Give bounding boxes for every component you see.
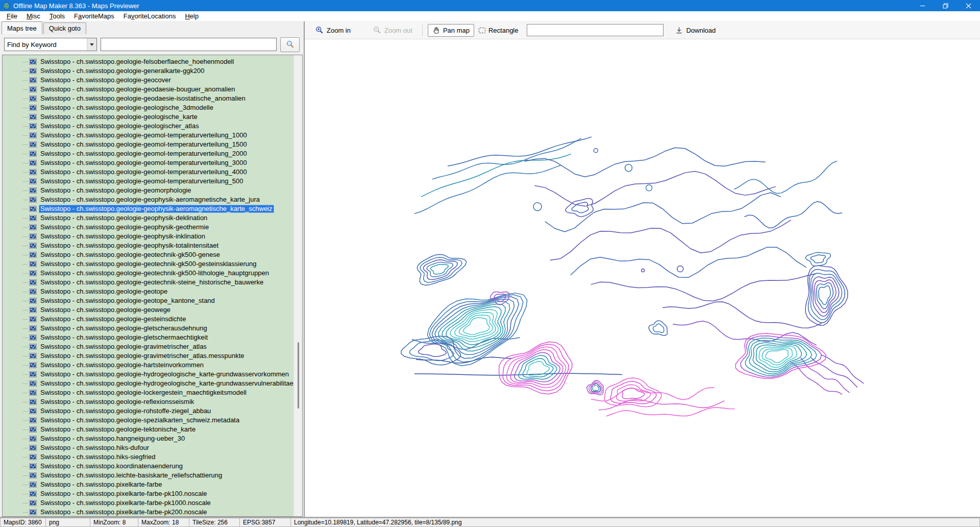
- tree-item[interactable]: Swisstopo - ch.swisstopo.geologie-geomol…: [3, 177, 302, 186]
- tree-item[interactable]: Swisstopo - ch.swisstopo.geologie-geophy…: [3, 232, 302, 241]
- find-mode-select[interactable]: Find by Keyword: [4, 38, 97, 51]
- rectangle-button[interactable]: Rectangle: [474, 24, 523, 37]
- tree-item[interactable]: Swisstopo - ch.swisstopo.geologie-geomol…: [3, 167, 302, 177]
- tree-item[interactable]: Swisstopo - ch.swisstopo.geologie-genera…: [3, 66, 302, 76]
- map-viewport[interactable]: [305, 39, 980, 517]
- tree-item[interactable]: Swisstopo - ch.swisstopo.hangneigung-ueb…: [3, 434, 302, 443]
- close-button[interactable]: [957, 0, 980, 11]
- tree-item[interactable]: Swisstopo - ch.swisstopo.pixelkarte-farb…: [3, 480, 302, 489]
- menu-favoritelocations[interactable]: FavoriteLocations: [119, 12, 181, 20]
- tree-connector: [23, 457, 28, 458]
- restore-button[interactable]: [934, 0, 957, 11]
- map-layer-icon: [29, 151, 37, 157]
- tree-item[interactable]: Swisstopo - ch.swisstopo.geologie-geotop…: [3, 296, 302, 305]
- minimize-icon: [920, 3, 925, 9]
- tree-item[interactable]: Swisstopo - ch.swisstopo.geologie-gletsc…: [3, 333, 302, 342]
- tree-item[interactable]: Swisstopo - ch.swisstopo.geologie-geolog…: [3, 103, 302, 112]
- combo-dropdown-button[interactable]: [87, 38, 96, 51]
- tree-item[interactable]: Swisstopo - ch.swisstopo.pixelkarte-farb…: [3, 508, 302, 517]
- tree-item[interactable]: Swisstopo - ch.swisstopo.geologie-gletsc…: [3, 324, 302, 333]
- pan-map-button[interactable]: Pan map: [428, 24, 474, 37]
- tree-item-label: Swisstopo - ch.swisstopo.geologie-geocov…: [39, 76, 173, 84]
- zoom-out-button[interactable]: Zoom out: [369, 23, 417, 37]
- tree-item[interactable]: Swisstopo - ch.swisstopo.geologie-rohsto…: [3, 406, 302, 416]
- map-layer-icon: [29, 169, 37, 175]
- tree-item[interactable]: Swisstopo - ch.swisstopo.geologie-geolog…: [3, 112, 302, 122]
- tree-item[interactable]: Swisstopo - ch.swisstopo.geologie-tekton…: [3, 425, 302, 434]
- tree-item-label: Swisstopo - ch.swisstopo.geologie-gletsc…: [39, 333, 209, 342]
- tree-item[interactable]: Swisstopo - ch.swisstopo.geologie-geomol…: [3, 140, 302, 149]
- tree-item[interactable]: Swisstopo - ch.swisstopo.hiks-siegfried: [3, 452, 302, 462]
- tree-item[interactable]: Swisstopo - ch.swisstopo.geologie-geotec…: [3, 259, 302, 269]
- tree-item[interactable]: Swisstopo - ch.swisstopo.geologie-geolog…: [3, 122, 302, 131]
- tree-item[interactable]: Swisstopo - ch.swisstopo.geologie-geomor…: [3, 186, 302, 195]
- tree-item[interactable]: Swisstopo - ch.swisstopo.geologie-geotop…: [3, 287, 302, 296]
- tree-item[interactable]: Swisstopo - ch.swisstopo.geologie-locker…: [3, 388, 302, 397]
- tree-item[interactable]: Swisstopo - ch.swisstopo.geologie-geodae…: [3, 85, 302, 94]
- tree-item[interactable]: Swisstopo - ch.swisstopo.pixelkarte-farb…: [3, 489, 302, 498]
- toolbar-input[interactable]: [527, 24, 664, 36]
- tab-quick-goto[interactable]: Quick goto: [43, 22, 86, 34]
- search-row: Find by Keyword: [0, 34, 304, 55]
- tree-item[interactable]: Swisstopo - ch.swisstopo.geologie-geotec…: [3, 250, 302, 259]
- tree-item[interactable]: Swisstopo - ch.swisstopo.geologie-hartst…: [3, 361, 302, 370]
- tree-item-label: Swisstopo - ch.swisstopo.geologie-geotop…: [39, 297, 216, 305]
- tree-item[interactable]: Swisstopo - ch.swisstopo.leichte-basiska…: [3, 471, 302, 480]
- menu-file[interactable]: File: [2, 12, 22, 20]
- search-button[interactable]: [280, 37, 300, 52]
- map-layer-icon: [29, 472, 37, 478]
- menu-misc[interactable]: Misc: [22, 12, 45, 20]
- tree-item[interactable]: Swisstopo - ch.swisstopo.pixelkarte-farb…: [3, 498, 302, 508]
- tree-item-label: Swisstopo - ch.swisstopo.geologie-geolog…: [39, 122, 201, 130]
- tree-item[interactable]: Swisstopo - ch.swisstopo.geologie-felsob…: [3, 57, 302, 66]
- minimize-button[interactable]: [911, 0, 934, 11]
- tree-item-label: Swisstopo - ch.swisstopo.hangneigung-ueb…: [39, 435, 186, 443]
- tree-item[interactable]: Swisstopo - ch.swisstopo.geologie-geomol…: [3, 149, 302, 158]
- tree-scrollbar-thumb[interactable]: [298, 342, 299, 409]
- tree-connector: [23, 475, 28, 476]
- tree-item[interactable]: Swisstopo - ch.swisstopo.geologie-geomol…: [3, 158, 302, 167]
- tree-item[interactable]: Swisstopo - ch.swisstopo.geologie-geoweg…: [3, 305, 302, 315]
- search-input[interactable]: [101, 38, 277, 51]
- title-bar: Offline Map Maker 8.363 - Maps Previewer: [0, 0, 980, 11]
- tree-connector: [23, 80, 28, 81]
- tree-item-label: Swisstopo - ch.swisstopo.geologie-geotec…: [39, 251, 222, 259]
- tree-item[interactable]: Swisstopo - ch.swisstopo.geologie-geocov…: [3, 76, 302, 85]
- zoom-in-icon: [315, 26, 324, 34]
- tree-item[interactable]: Swisstopo - ch.swisstopo.geologie-geotec…: [3, 278, 302, 287]
- tree-connector: [23, 356, 28, 356]
- tree-scrollbar[interactable]: [293, 55, 302, 516]
- tree-item[interactable]: Swisstopo - ch.swisstopo.geologie-hydrog…: [3, 379, 302, 388]
- tree-connector: [23, 145, 28, 145]
- tree-connector: [23, 365, 28, 366]
- tree-item[interactable]: Swisstopo - ch.swisstopo.geologie-geophy…: [3, 241, 302, 250]
- tree-item[interactable]: Swisstopo - ch.swisstopo.geologie-geophy…: [3, 204, 302, 213]
- tree-item[interactable]: Swisstopo - ch.swisstopo.geologie-gravim…: [3, 342, 302, 351]
- tree-item[interactable]: Swisstopo - ch.swisstopo.geologie-reflex…: [3, 397, 302, 406]
- tree-item[interactable]: Swisstopo - ch.swisstopo.geologie-geomol…: [3, 131, 302, 140]
- tree-item[interactable]: Swisstopo - ch.swisstopo.geologie-geotec…: [3, 269, 302, 278]
- menu-tools[interactable]: Tools: [45, 12, 69, 20]
- menu-help[interactable]: Help: [180, 12, 203, 20]
- tree-item[interactable]: Swisstopo - ch.swisstopo.geologie-geodae…: [3, 94, 302, 103]
- tree-connector: [23, 246, 28, 246]
- tree-item[interactable]: Swisstopo - ch.swisstopo.geologie-gravim…: [3, 351, 302, 361]
- zoom-in-button[interactable]: Zoom in: [311, 23, 355, 37]
- maps-tree-list: Swisstopo - ch.swisstopo.geologie-felsob…: [2, 55, 303, 517]
- tree-item[interactable]: Swisstopo - ch.swisstopo.geologie-geophy…: [3, 195, 302, 204]
- map-layer-icon: [29, 298, 37, 304]
- download-button[interactable]: Download: [671, 24, 720, 37]
- tab-maps-tree[interactable]: Maps tree: [2, 21, 42, 34]
- tree-connector: [23, 117, 28, 117]
- tree-item[interactable]: Swisstopo - ch.swisstopo.geologie-hydrog…: [3, 370, 302, 379]
- tree-item[interactable]: Swisstopo - ch.swisstopo.geologie-spezia…: [3, 416, 302, 425]
- tree-item[interactable]: Swisstopo - ch.swisstopo.hiks-dufour: [3, 443, 302, 452]
- tree-item[interactable]: Swisstopo - ch.swisstopo.geologie-gestei…: [3, 315, 302, 324]
- tree-item-label: Swisstopo - ch.swisstopo.geologie-spezia…: [39, 416, 241, 424]
- tree-item[interactable]: Swisstopo - ch.swisstopo.geologie-geophy…: [3, 223, 302, 232]
- tree-connector: [23, 301, 28, 301]
- tree-item[interactable]: Swisstopo - ch.swisstopo.koordinatenaend…: [3, 462, 302, 471]
- menu-favoritemaps[interactable]: FavoriteMaps: [69, 12, 119, 20]
- tree-item[interactable]: Swisstopo - ch.swisstopo.geologie-geophy…: [3, 213, 302, 223]
- tree-item-label: Swisstopo - ch.swisstopo.geologie-geomol…: [39, 140, 249, 149]
